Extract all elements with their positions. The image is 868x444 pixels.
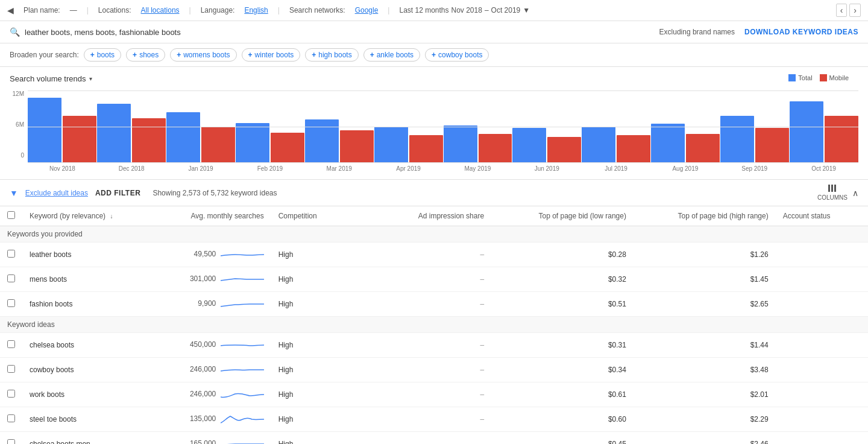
legend-total: Total: [788, 74, 812, 81]
row-checkbox[interactable]: [7, 439, 15, 444]
next-period-button[interactable]: ›: [849, 4, 861, 17]
date-range[interactable]: Last 12 months Nov 2018 – Oct 2019 ▼: [399, 6, 530, 14]
chart-title[interactable]: Search volume trends ▾: [10, 74, 858, 83]
broaden-tag-womensboots[interactable]: +womens boots: [170, 48, 236, 62]
row-checkbox[interactable]: [7, 274, 15, 282]
row-bid-low: $0.28: [491, 243, 634, 267]
back-arrow[interactable]: ◀: [7, 5, 14, 15]
broaden-tag-shoes[interactable]: +shoes: [126, 48, 165, 62]
table-row: cowboy boots 246,000 High – $0.34 $3.48: [0, 358, 868, 382]
header-keyword[interactable]: Keyword (by relevance) ↓: [22, 206, 165, 226]
broaden-tag-cowboyboots[interactable]: +cowboy boots: [425, 48, 489, 62]
date-separator: –: [485, 6, 489, 14]
header-bid-low-label: Top of page bid (low range): [538, 212, 626, 220]
y-axis: 12M 6M 0: [10, 90, 28, 172]
x-label-6: May 2019: [443, 165, 512, 172]
row-keyword: fashion boots: [22, 292, 165, 317]
prev-period-button[interactable]: ‹: [836, 4, 848, 17]
select-all-checkbox[interactable]: [7, 211, 15, 219]
broaden-tag-label: shoes: [139, 51, 159, 59]
x-label-2: Jan 2019: [166, 165, 236, 172]
add-filter-button[interactable]: ADD FILTER: [95, 189, 140, 197]
row-checkbox[interactable]: [7, 299, 15, 307]
row-checkbox-cell[interactable]: [0, 267, 22, 292]
date-dropdown-icon[interactable]: ▼: [523, 6, 530, 14]
row-bid-low: $0.61: [491, 382, 634, 407]
row-checkbox-cell[interactable]: [0, 333, 22, 358]
sparkline-chart: [221, 363, 264, 377]
header-bid-high-label: Top of page bid (high range): [678, 212, 769, 220]
row-checkbox[interactable]: [7, 250, 15, 258]
collapse-button[interactable]: ∧: [852, 188, 858, 198]
broaden-label: Broaden your search:: [10, 51, 79, 59]
top-bar: ◀ Plan name: — | Locations: All location…: [0, 0, 868, 21]
header-ad-impression-label: Ad impression share: [418, 212, 484, 220]
broaden-tag-ankleboots[interactable]: +ankle boots: [363, 48, 420, 62]
row-checkbox-cell[interactable]: [0, 243, 22, 267]
row-checkbox-cell[interactable]: [0, 292, 22, 317]
row-ad-impression: –: [363, 292, 491, 317]
header-avg-monthly[interactable]: Avg. monthly searches: [165, 206, 271, 226]
header-keyword-label: Keyword (by relevance): [30, 212, 105, 220]
chart-dropdown-icon[interactable]: ▾: [89, 75, 92, 82]
search-input[interactable]: [25, 28, 659, 37]
row-checkbox[interactable]: [7, 365, 15, 373]
broaden-tag-winterboots[interactable]: +winter boots: [242, 48, 301, 62]
locations-value: All locations: [141, 6, 180, 14]
table-row: mens boots 301,000 High – $0.32 $1.45: [0, 267, 868, 292]
columns-label: COLUMNS: [817, 194, 848, 201]
row-checkbox[interactable]: [7, 390, 15, 398]
locations-label: Locations:: [98, 6, 131, 14]
row-ad-impression: –: [363, 432, 491, 445]
x-label-10: Sep 2019: [720, 165, 789, 172]
row-ad-impression: –: [363, 267, 491, 292]
download-keyword-ideas-button[interactable]: DOWNLOAD KEYWORD IDEAS: [744, 28, 858, 36]
x-label-5: Apr 2019: [374, 165, 443, 172]
header-bid-high[interactable]: Top of page bid (high range): [634, 206, 776, 226]
row-checkbox-cell[interactable]: [0, 407, 22, 432]
language-label: Language:: [201, 6, 235, 14]
excluding-brand-label: Excluding brand names: [659, 28, 735, 36]
section-label: Keywords you provided: [0, 226, 868, 243]
row-avg-monthly: 450,000: [165, 333, 271, 358]
x-label-9: Aug 2019: [650, 165, 720, 172]
search-networks-label: Search networks:: [289, 6, 345, 14]
date-from: Nov 2018: [451, 6, 482, 14]
broaden-tag-highboots[interactable]: +high boots: [305, 48, 358, 62]
row-competition: High: [271, 358, 363, 382]
row-bid-low: $0.60: [491, 407, 634, 432]
row-bid-high: $2.29: [634, 407, 776, 432]
columns-button[interactable]: COLUMNS: [817, 185, 848, 201]
broaden-tag-boots[interactable]: +boots: [84, 48, 121, 62]
row-checkbox[interactable]: [7, 414, 15, 422]
header-competition[interactable]: Competition: [271, 206, 363, 226]
search-networks-value: Google: [355, 6, 379, 14]
header-ad-impression[interactable]: Ad impression share: [363, 206, 491, 226]
sort-icon[interactable]: ↓: [110, 213, 113, 220]
x-axis: Nov 2018Dec 2018Jan 2019Feb 2019Mar 2019…: [28, 165, 858, 172]
header-select-all[interactable]: [0, 206, 22, 226]
x-label-11: Oct 2019: [789, 165, 858, 172]
row-account-status: [776, 358, 868, 382]
search-icon: 🔍: [10, 27, 20, 37]
broaden-search-bar: Broaden your search: +boots +shoes +wome…: [0, 43, 868, 67]
date-range-label: Last 12 months: [399, 6, 448, 14]
broaden-tag-label: high boots: [318, 51, 351, 59]
row-avg-monthly: 165,000: [165, 432, 271, 445]
row-bid-high: $1.26: [634, 243, 776, 267]
row-bid-low: $0.51: [491, 292, 634, 317]
row-bid-low: $0.34: [491, 358, 634, 382]
row-ad-impression: –: [363, 243, 491, 267]
row-ad-impression: –: [363, 358, 491, 382]
row-checkbox-cell[interactable]: [0, 358, 22, 382]
header-bid-low[interactable]: Top of page bid (low range): [491, 206, 634, 226]
exclude-adult-ideas-button[interactable]: Exclude adult ideas: [25, 189, 88, 197]
row-competition: High: [271, 407, 363, 432]
row-checkbox[interactable]: [7, 340, 15, 348]
row-checkbox-cell[interactable]: [0, 382, 22, 407]
row-checkbox-cell[interactable]: [0, 432, 22, 445]
header-account-status[interactable]: Account status: [776, 206, 868, 226]
sparkline-chart: [221, 387, 264, 402]
row-ad-impression: –: [363, 407, 491, 432]
plan-name-value: —: [70, 6, 77, 14]
